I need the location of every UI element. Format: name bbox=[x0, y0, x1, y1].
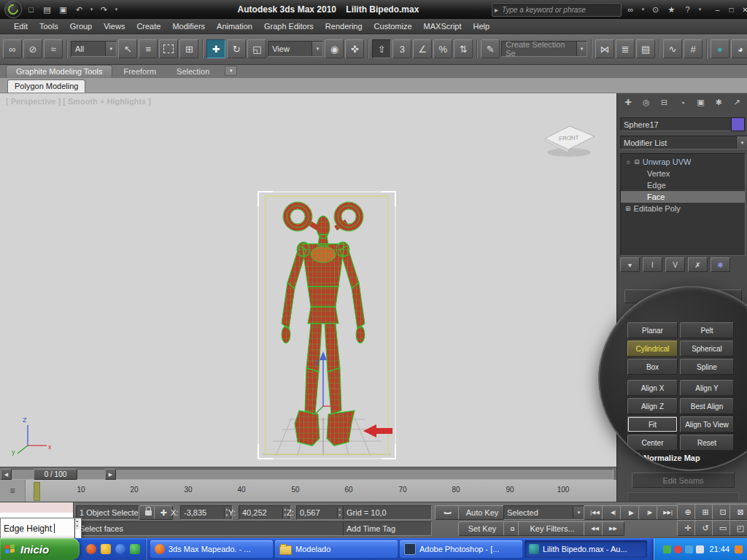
reset-button[interactable]: Reset bbox=[680, 435, 734, 451]
schematic-view-button[interactable]: # bbox=[684, 39, 703, 58]
spinner-snap-button[interactable]: ⇅ bbox=[454, 39, 473, 58]
search-button[interactable]: ∞ bbox=[624, 3, 638, 17]
set-key-button[interactable]: Set Key bbox=[458, 521, 506, 536]
stack-item-vertex[interactable]: Vertex bbox=[621, 168, 745, 179]
quick-launch-browser-icon[interactable] bbox=[86, 544, 96, 554]
modifier-list-dropdown[interactable]: Modifier List ▾ bbox=[620, 136, 747, 149]
menu-animation[interactable]: Animation bbox=[212, 20, 258, 32]
tray-antivirus-icon[interactable] bbox=[663, 545, 671, 553]
tab-hierarchy[interactable]: ⊟ bbox=[658, 97, 671, 108]
menu-help[interactable]: Help bbox=[468, 20, 495, 32]
next-key-button[interactable]: ▶▶ bbox=[602, 521, 624, 536]
select-and-scale-button[interactable]: ◱ bbox=[247, 39, 266, 58]
redo-dropdown[interactable]: ▾ bbox=[113, 3, 120, 17]
box-button[interactable]: Box bbox=[627, 359, 678, 375]
menu-create[interactable]: Create bbox=[131, 20, 166, 32]
time-slider-track[interactable] bbox=[11, 469, 614, 480]
snaps-toggle-button[interactable]: 3 bbox=[392, 39, 411, 58]
fit-button[interactable]: Fit bbox=[627, 416, 678, 432]
tray-messenger-icon[interactable] bbox=[674, 545, 682, 553]
select-and-link-button[interactable]: ∞ bbox=[3, 39, 22, 58]
search-input[interactable] bbox=[500, 5, 619, 15]
tab-utilities[interactable]: ✱ bbox=[712, 97, 725, 108]
layer-manager-button[interactable]: ▤ bbox=[636, 39, 655, 58]
use-pivot-center-button[interactable]: ◉ bbox=[325, 39, 344, 58]
cylindrical-button[interactable]: Cylindrical bbox=[627, 341, 678, 357]
menu-maxscript[interactable]: MAXScript bbox=[419, 20, 467, 32]
rectangular-selection-region-button[interactable] bbox=[159, 39, 178, 58]
bind-to-space-warp-button[interactable]: ≈ bbox=[44, 39, 63, 58]
render-setup-button[interactable]: ◕ bbox=[731, 39, 747, 58]
tab-selection[interactable]: Selection bbox=[167, 66, 219, 78]
configure-modifier-sets-button[interactable]: ✱ bbox=[711, 257, 730, 272]
menu-graph-editors[interactable]: Graph Editors bbox=[259, 20, 319, 32]
menu-group[interactable]: Group bbox=[65, 20, 98, 32]
minimize-button[interactable]: – bbox=[711, 4, 724, 15]
mirror-button[interactable]: ⋈ bbox=[595, 39, 614, 58]
object-name-field[interactable]: Sphere17 bbox=[620, 117, 736, 131]
menu-customize[interactable]: Customize bbox=[369, 20, 417, 32]
quick-launch-messenger-icon[interactable] bbox=[101, 544, 111, 554]
tooltip-spinner[interactable]: ▲▼ bbox=[74, 518, 80, 538]
track-bar[interactable]: ≡ 10 20 30 40 50 60 70 80 90 100 bbox=[0, 480, 616, 502]
reference-coordinate-dropdown[interactable]: View ▾ bbox=[268, 41, 323, 57]
spline-button[interactable]: Spline bbox=[680, 359, 734, 375]
help-dropdown[interactable]: ▾ bbox=[697, 3, 703, 17]
favorites-button[interactable]: ★ bbox=[665, 3, 678, 17]
align-x-button[interactable]: Align X bbox=[627, 380, 678, 396]
selection-lock-toggle[interactable]: ●▬● bbox=[435, 505, 460, 520]
select-object-button[interactable]: ↖ bbox=[118, 39, 137, 58]
task-3dsmax-window[interactable]: Lilith Bipedo.max - Au... bbox=[525, 540, 647, 558]
tab-freeform[interactable]: Freeform bbox=[114, 66, 166, 78]
taskbar-clock[interactable]: 21:44 bbox=[709, 545, 729, 553]
menu-rendering[interactable]: Rendering bbox=[320, 20, 368, 32]
z-coordinate-field[interactable]: 0,567 ▲▼ bbox=[296, 505, 346, 520]
maximize-button[interactable]: □ bbox=[725, 4, 738, 15]
undo-button[interactable]: ↶ bbox=[72, 3, 86, 17]
remove-modifier-button[interactable]: ✗ bbox=[688, 257, 708, 272]
angle-snap-button[interactable]: ∠ bbox=[413, 39, 432, 58]
make-unique-button[interactable]: V bbox=[665, 257, 685, 272]
zoom-extents-all-button[interactable]: ⊠ bbox=[729, 504, 747, 520]
stack-item-unwrap-uvw[interactable]: ☼ ⊟ Unwrap UVW bbox=[621, 156, 745, 168]
task-browser-window[interactable]: 3ds Max Mapeado. - ... bbox=[150, 540, 273, 558]
help-button[interactable]: ? bbox=[681, 3, 694, 17]
tab-graphite-modeling-tools[interactable]: Graphite Modeling Tools bbox=[6, 65, 112, 78]
communication-center-button[interactable]: ⊙ bbox=[649, 3, 662, 17]
ribbon-minimize-button[interactable]: ▾ bbox=[225, 66, 237, 76]
listener-macro-row[interactable] bbox=[0, 502, 73, 513]
tab-create[interactable]: ✚ bbox=[622, 97, 635, 108]
material-editor-button[interactable]: ● bbox=[711, 39, 729, 58]
named-selection-dropdown[interactable]: Create Selection Se ▾ bbox=[501, 41, 587, 57]
align-y-button[interactable]: Align Y bbox=[680, 380, 734, 396]
align-button[interactable]: ≣ bbox=[616, 39, 635, 58]
menu-tools[interactable]: Tools bbox=[34, 20, 63, 32]
redo-button[interactable]: ↷ bbox=[97, 3, 111, 17]
panel-popout-button[interactable]: ↗ bbox=[730, 97, 743, 108]
unlink-selection-button[interactable]: ⊘ bbox=[23, 39, 42, 58]
center-button[interactable]: Center bbox=[627, 435, 678, 451]
new-scene-button[interactable]: □ bbox=[24, 3, 38, 17]
tab-motion[interactable]: ◔ bbox=[676, 97, 689, 108]
selected-filter-dropdown[interactable]: Selected ▾ bbox=[503, 505, 585, 520]
key-filters-button[interactable]: Key Filters... bbox=[518, 521, 587, 536]
go-to-end-button[interactable]: ▶▶| bbox=[657, 505, 679, 520]
tray-network-icon[interactable] bbox=[685, 545, 693, 553]
stack-item-edge[interactable]: Edge bbox=[621, 179, 745, 191]
curve-editor-button[interactable]: ∿ bbox=[663, 39, 682, 58]
task-photoshop-window[interactable]: Adobe Photoshop - [... bbox=[400, 540, 522, 558]
tab-modify[interactable]: ◎ bbox=[640, 97, 653, 108]
align-z-button[interactable]: Align Z bbox=[627, 398, 678, 414]
tab-display[interactable]: ▣ bbox=[694, 97, 707, 108]
menu-views[interactable]: Views bbox=[98, 20, 130, 32]
show-end-result-button[interactable]: I bbox=[643, 257, 662, 272]
select-and-rotate-button[interactable]: ↻ bbox=[227, 39, 246, 58]
tray-volume-icon[interactable] bbox=[696, 545, 704, 553]
select-and-manipulate-button[interactable]: ✜ bbox=[345, 39, 364, 58]
undo-dropdown[interactable]: ▾ bbox=[88, 3, 95, 17]
maximize-viewport-button[interactable]: ◰ bbox=[729, 520, 747, 536]
edit-named-selection-sets-button[interactable]: ✎ bbox=[481, 39, 500, 58]
quick-launch-media-icon[interactable] bbox=[130, 544, 140, 554]
time-slider-button[interactable]: 0 / 100 bbox=[34, 469, 77, 480]
tab-polygon-modeling[interactable]: Polygon Modeling bbox=[7, 79, 85, 93]
